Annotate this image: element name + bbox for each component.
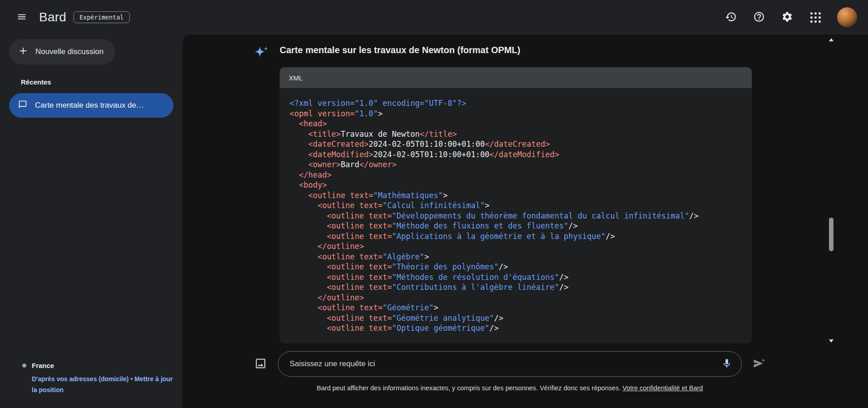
scroll-down-arrow[interactable]	[829, 339, 833, 343]
apps-grid-button[interactable]	[809, 11, 822, 24]
assistant-message: Carte mentale sur les travaux de Newton …	[280, 44, 752, 343]
hamburger-icon	[17, 12, 27, 23]
recent-heading: Récentes	[21, 78, 182, 86]
gear-icon	[781, 11, 793, 24]
menu-button[interactable]	[12, 7, 32, 27]
code-block-header: XML	[280, 67, 752, 88]
disclaimer: Bard peut afficher des informations inex…	[251, 381, 769, 408]
send-button[interactable]	[749, 354, 769, 374]
code-language-label: XML	[289, 74, 303, 82]
chat-bubble-icon	[18, 100, 27, 111]
scrollbar[interactable]	[828, 38, 834, 343]
code-content: <?xml version="1.0" encoding="UTF-8"?><o…	[280, 88, 752, 343]
settings-button[interactable]	[781, 11, 794, 24]
new-chat-button[interactable]: Nouvelle discussion	[9, 39, 115, 65]
location-country-row: France	[22, 362, 172, 369]
mic-button[interactable]	[718, 355, 736, 373]
apps-grid-icon	[810, 12, 821, 23]
avatar[interactable]	[837, 7, 857, 27]
location-source: D'après vos adresses (domicile)	[32, 375, 128, 383]
location-separator: •	[128, 375, 134, 383]
location-detail-row: D'après vos adresses (domicile)•Mettre à…	[32, 373, 173, 395]
new-chat-label: Nouvelle discussion	[35, 47, 104, 56]
scrollbar-thumb[interactable]	[829, 218, 833, 251]
composer	[251, 347, 769, 381]
image-icon	[254, 357, 267, 371]
disclaimer-text: Bard peut afficher des informations inex…	[317, 384, 621, 392]
help-button[interactable]	[753, 11, 765, 24]
conversation-label: Carte mentale des travaux de…	[35, 101, 144, 110]
prompt-input[interactable]	[290, 359, 718, 368]
scroll-up-arrow[interactable]	[829, 38, 833, 41]
top-actions	[725, 7, 857, 27]
experimental-badge: Expérimental	[74, 11, 130, 23]
privacy-link[interactable]: Votre confidentialité et Bard	[622, 384, 703, 392]
prompt-input-container[interactable]	[278, 351, 742, 377]
app-title: Bard	[39, 10, 66, 25]
help-icon	[753, 11, 765, 24]
conversation-item-selected[interactable]: Carte mentale des travaux de…	[9, 93, 173, 118]
history-button[interactable]	[725, 11, 737, 24]
code-block: XML <?xml version="1.0" encoding="UTF-8"…	[280, 67, 752, 343]
history-icon	[725, 11, 737, 24]
chat-panel: Carte mentale sur les travaux de Newton …	[182, 35, 868, 408]
chat-scroll-area[interactable]: Carte mentale sur les travaux de Newton …	[182, 35, 868, 347]
sidebar: Nouvelle discussion Récentes Carte menta…	[0, 35, 182, 408]
brand: Bard Expérimental	[39, 10, 130, 25]
bard-sparkle-icon	[254, 45, 269, 62]
message-title: Carte mentale sur les travaux de Newton …	[280, 44, 752, 56]
send-icon	[753, 357, 765, 371]
plus-icon	[18, 46, 28, 58]
top-bar: Bard Expérimental	[0, 0, 868, 35]
location-country: France	[32, 362, 54, 369]
upload-image-button[interactable]	[251, 354, 271, 374]
location-dot-icon	[22, 363, 26, 368]
location-info: France D'après vos adresses (domicile)•M…	[0, 362, 182, 408]
bard-app: Bard Expérimental	[0, 0, 868, 408]
microphone-icon	[721, 358, 732, 370]
